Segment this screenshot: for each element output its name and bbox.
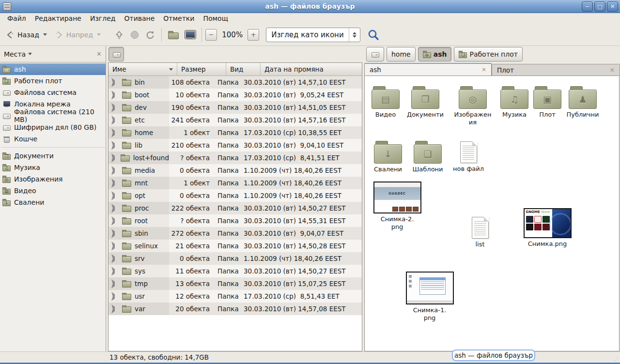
forward-history-caret[interactable] [97, 33, 101, 36]
table-row[interactable]: root ? обекта Папка 30.03.2010 (вт) 14,5… [108, 214, 362, 227]
sidebar-item[interactable]: ⌂ ash [0, 63, 106, 75]
computer-button[interactable] [182, 29, 198, 41]
icon-view-item[interactable]: ♟ Публични [562, 85, 603, 119]
back-history-caret[interactable] [43, 33, 47, 36]
sidebar-item[interactable]: ❐ Документи [0, 150, 106, 162]
icon-view-item[interactable]: ❏ Шаблони [407, 140, 448, 173]
menu-изглед[interactable]: Изглед [86, 14, 120, 23]
reload-button[interactable] [142, 28, 158, 42]
table-row[interactable]: media 0 обекта Папка 1.10.2009 (чт) 18,4… [108, 164, 362, 177]
tab-ash[interactable]: ash✕ [364, 63, 492, 76]
menu-файл[interactable]: Файл [3, 14, 31, 23]
view-mode-combo[interactable]: Изглед като икони [266, 28, 360, 42]
sidebar-item[interactable]: ◎ Изображения [0, 173, 106, 185]
column-header-kind[interactable]: Вид [226, 63, 261, 76]
icon-view-item[interactable]: ▤ Видео [365, 85, 406, 119]
sidebar-item[interactable]: ❏ Работен плот [0, 75, 106, 87]
sidebar-close-icon[interactable]: ✕ [96, 50, 102, 58]
column-header-name[interactable]: Име [108, 63, 177, 76]
table-row[interactable]: selinux 21 обекта Папка 30.03.2010 (вт) … [108, 240, 362, 252]
column-header-date[interactable]: Дата на промяна [261, 63, 362, 76]
table-row[interactable]: dev 190 обекта Папка 30.03.2010 (вт) 14,… [108, 101, 362, 114]
minimize-button[interactable]: − [582, 1, 593, 12]
expander-icon[interactable] [111, 91, 119, 100]
table-row[interactable]: boot 10 обекта Папка 30.03.2010 (вт) 9,0… [108, 89, 362, 101]
forward-button[interactable]: Напред [52, 29, 104, 41]
sidebar-item[interactable]: ▤ Видео [0, 185, 106, 197]
sidebar-item[interactable]: Файлова система [0, 87, 106, 98]
sidebar-item[interactable]: Кошче [0, 133, 106, 145]
back-button[interactable]: Назад [3, 29, 50, 41]
sidebar-item[interactable]: ↓ Свалени [0, 197, 106, 208]
expander-icon[interactable] [111, 242, 119, 251]
table-row[interactable]: mnt 1 обект Папка 1.10.2009 (чт) 18,40,2… [108, 177, 362, 189]
expander-icon[interactable] [111, 229, 119, 238]
table-row[interactable]: etc 241 обекта Папка 30.03.2010 (вт) 14,… [108, 114, 362, 126]
expander-icon[interactable] [111, 153, 118, 163]
expander-icon[interactable] [111, 166, 119, 175]
table-row[interactable]: opt 0 обекта Папка 1.10.2009 (чт) 18,40,… [108, 189, 362, 202]
sidebar-item[interactable]: Файлова система (210 MB) [0, 110, 106, 121]
expander-icon[interactable] [111, 191, 119, 200]
table-row[interactable]: srv 0 обекта Папка 1.10.2009 (чт) 18,40,… [108, 252, 362, 265]
zoom-in-button[interactable]: + [248, 29, 259, 41]
expander-icon[interactable] [111, 128, 119, 137]
menu-отиване[interactable]: Отиване [120, 14, 159, 23]
expander-icon[interactable] [111, 216, 119, 226]
icon-view-item[interactable]: ❐ Документи [405, 85, 446, 119]
expander-icon[interactable] [111, 179, 119, 188]
zoom-out-button[interactable]: − [205, 29, 217, 41]
sidebar-item[interactable]: Шифриран дял (80 GB) [0, 121, 106, 133]
icon-view-item[interactable]: Снимка-1. png [404, 272, 455, 322]
menu-редактиране[interactable]: Редактиране [31, 14, 86, 23]
expander-icon[interactable] [111, 254, 119, 263]
close-button[interactable]: ✕ [607, 1, 618, 12]
resize-grip[interactable]: ⋰ [612, 355, 619, 362]
table-row[interactable]: proc 222 обекта Папка 30.03.2010 (вт) 14… [108, 202, 362, 214]
table-row[interactable]: sys 11 обекта Папка 30.03.2010 (вт) 14,5… [108, 265, 362, 277]
table-row[interactable]: lib 210 обекта Папка 30.03.2010 (вт) 9,0… [108, 139, 362, 152]
path-button-root[interactable] [366, 47, 384, 61]
sidebar-mode-caret[interactable] [28, 53, 32, 55]
home-button[interactable] [165, 29, 182, 41]
menu-отметки[interactable]: Отметки [159, 14, 199, 23]
expander-icon[interactable] [111, 292, 119, 301]
menu-помощ[interactable]: Помощ [199, 14, 232, 23]
taskbar-tooltip[interactable]: ash — файлов браузър [452, 349, 535, 361]
icon-view-item[interactable]: ▣ Плот [527, 85, 568, 119]
expander-icon[interactable] [111, 103, 119, 112]
expander-icon[interactable] [111, 78, 119, 87]
column-header-size[interactable]: Размер [177, 63, 226, 76]
stop-button[interactable] [127, 28, 142, 42]
icon-view-item[interactable]: list [460, 215, 500, 248]
icon-view-item[interactable]: ↓ Свалени [368, 140, 408, 173]
combo-spinner[interactable] [349, 28, 360, 42]
root-path-button[interactable] [108, 47, 124, 61]
expander-icon[interactable] [111, 279, 119, 288]
table-row[interactable]: home 1 обект Папка 17.03.2010 (ср) 10,38… [108, 126, 362, 139]
tab-close-icon[interactable]: ✕ [481, 66, 486, 73]
path-button-home[interactable]: home [387, 47, 416, 61]
expander-icon[interactable] [111, 267, 119, 276]
expander-icon[interactable] [111, 141, 119, 150]
table-row[interactable]: bin 108 обекта Папка 30.03.2010 (вт) 14,… [108, 76, 362, 89]
table-row[interactable]: var 20 обекта Папка 30.03.2010 (вт) 14,5… [108, 303, 362, 315]
table-row[interactable]: usr 12 обекта Папка 17.03.2010 (ср) 8,51… [108, 290, 362, 303]
table-row[interactable]: tmp 13 обекта Папка 30.03.2010 (вт) 15,0… [108, 277, 362, 290]
table-row[interactable]: lost+found ? обекта Папка 17.03.2010 (ср… [108, 152, 362, 164]
icon-view-item[interactable]: ◎ Изображен ия [452, 85, 493, 127]
tab-close-icon[interactable]: ✕ [610, 67, 615, 74]
tab-Плот[interactable]: Плот✕ [492, 64, 620, 76]
expander-icon[interactable] [111, 204, 119, 213]
maximize-button[interactable]: □ [594, 1, 605, 12]
table-row[interactable]: sbin 272 обекта Папка 30.03.2010 (вт) 9,… [108, 227, 362, 240]
search-button[interactable] [367, 29, 380, 41]
icon-view-item[interactable]: нов файл [448, 140, 489, 173]
path-button-ash[interactable]: ⌂ash [418, 47, 452, 61]
path-button-Работен плот[interactable]: ❏Работен плот [454, 47, 522, 61]
sidebar-item[interactable]: ♫ Музика [0, 162, 106, 173]
icon-view-item[interactable]: GNOME Store Снимка.png [522, 208, 573, 248]
expander-icon[interactable] [111, 116, 119, 125]
icon-view-item[interactable]: GUADEC Снимка-2. png [372, 182, 422, 231]
up-button[interactable] [111, 28, 127, 42]
